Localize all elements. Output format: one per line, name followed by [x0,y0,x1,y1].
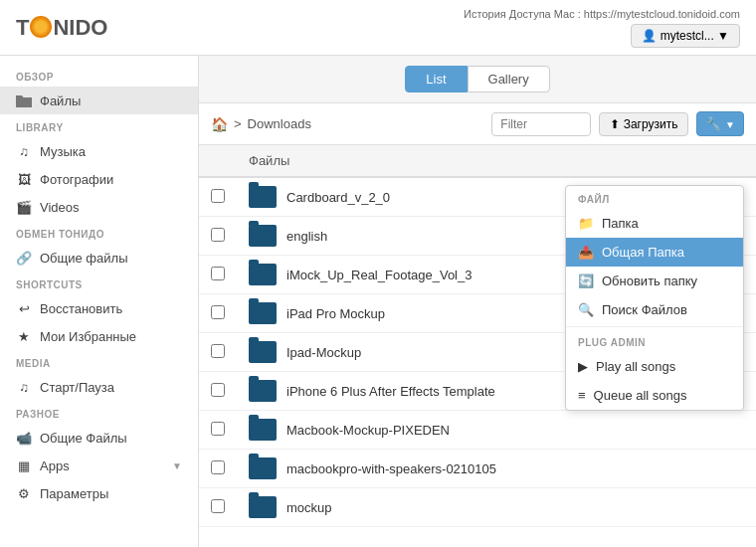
row-checkbox-cell [199,488,237,527]
folder-menu-icon: 📁 [578,216,594,231]
sidebar-settings-label: Параметры [40,486,108,501]
apps-icon: ▦ [16,457,32,473]
logo-t: T [16,15,29,41]
sidebar-item-settings[interactable]: ⚙ Параметры [0,479,198,507]
sidebar: ОБЗОР Файлы LIBRARY ♫ Музыка 🖼 Фотографи… [0,56,199,547]
sidebar-section-library: LIBRARY [0,114,198,137]
row-checkbox-cell [199,450,237,488]
sidebar-item-shared-files[interactable]: 📹 Общие Файлы [0,424,198,452]
header-url: История Доступа Мас : https://mytestclou… [464,8,740,20]
files-column-header: Файлы [237,145,756,177]
dropdown-item-search[interactable]: 🔍 Поиск Файлов [566,295,743,324]
wrench-button[interactable]: 🔧 ▼ [696,111,744,136]
row-checkbox[interactable] [211,460,225,474]
list-view-button[interactable]: List [405,66,467,92]
refresh-menu-icon: 🔄 [578,274,594,288]
file-name: iPhone 6 Plus After Effects Template [286,384,495,399]
sidebar-item-restore[interactable]: ↩ Восстановить [0,294,198,322]
sidebar-photos-label: Фотографии [40,172,113,187]
row-checkbox[interactable] [211,189,225,203]
search-menu-icon: 🔍 [578,302,594,317]
user-menu-button[interactable]: 👤 mytestcl... ▼ [631,24,740,48]
dropdown-item-refresh[interactable]: 🔄 Обновить папку [566,267,743,295]
dropdown-item-shared-folder[interactable]: 📤 Общая Папка [566,238,743,267]
row-checkbox[interactable] [211,267,225,280]
files-area: Файлы Cardboard_v_2_0 [199,145,756,547]
dropdown-plug-section: PLUG ADMIN [566,329,743,352]
row-file-cell: Macbook-Mockup-PIXEDEN [237,411,756,450]
music-icon: ♫ [16,143,32,159]
sidebar-item-videos[interactable]: 🎬 Videos [0,193,198,221]
play-icon: ♫ [16,379,32,395]
sidebar-section-shortcuts: SHORTCUTS [0,272,198,294]
gallery-view-button[interactable]: Gallery [468,66,550,92]
sidebar-music-label: Музыка [40,144,86,159]
sidebar-item-apps[interactable]: ▦ Apps ▼ [0,452,198,479]
folder-icon [249,225,277,247]
file-name: Cardboard_v_2_0 [286,190,390,205]
sidebar-item-shared[interactable]: 🔗 Общие файлы [0,244,198,272]
row-checkbox[interactable] [211,305,225,319]
sidebar-item-photos[interactable]: 🖼 Фотографии [0,165,198,193]
folder-icon [249,264,277,285]
row-checkbox[interactable] [211,499,225,513]
play-all-icon: ▶ [578,359,588,374]
folder-icon [249,302,277,324]
photos-icon: 🖼 [16,171,32,187]
view-toggle: List Gallery [199,56,756,103]
row-checkbox[interactable] [211,383,225,397]
folder-icon [249,186,277,208]
header-right: История Доступа Мас : https://mytestclou… [464,8,740,48]
restore-icon: ↩ [16,300,32,316]
user-label: mytestcl... ▼ [661,29,729,43]
gear-icon: ⚙ [16,485,32,501]
row-checkbox-cell [199,217,237,256]
table-row[interactable]: Macbook-Mockup-PIXEDEN [199,411,756,450]
star-icon: ★ [16,328,32,344]
sidebar-item-music[interactable]: ♫ Музыка [0,137,198,165]
wrench-icon: 🔧 [705,116,721,131]
row-checkbox-cell [199,333,237,372]
row-checkbox[interactable] [211,344,225,358]
dropdown-file-section: ФАЙЛ [566,186,743,209]
sidebar-favorites-label: Мои Избранные [40,329,136,344]
row-checkbox-cell [199,177,237,217]
sidebar-shared-files-label: Общие Файлы [40,431,127,446]
videos-icon: 🎬 [16,199,32,215]
breadcrumb-separator: > [234,116,242,131]
upload-button[interactable]: ⬆ Загрузить [599,112,688,136]
dropdown-item-folder[interactable]: 📁 Папка [566,209,743,238]
home-icon[interactable]: 🏠 [211,116,228,132]
dropdown-item-queue-all[interactable]: ≡ Queue all songs [566,381,743,410]
shared-icon: 🔗 [16,250,32,266]
sidebar-videos-label: Videos [40,200,80,215]
row-checkbox[interactable] [211,422,225,436]
file-name: mockup [286,500,332,515]
file-name: Ipad-Mockup [286,345,361,360]
sidebar-item-files[interactable]: Файлы [0,87,198,114]
file-name: iMock_Up_Real_Footage_Vol_3 [286,268,472,282]
row-checkbox[interactable] [211,228,225,242]
row-file-cell: macbookpro-with-speakers-0210105 [237,450,756,488]
dropdown-queue-all-label: Queue all songs [594,388,687,403]
dropdown-item-play-all[interactable]: ▶ Play all songs [566,352,743,381]
sidebar-item-favorites[interactable]: ★ Мои Избранные [0,322,198,350]
folder-icon [249,341,277,363]
content-area: List Gallery 🏠 > Downloads ⬆ Загрузить 🔧… [199,56,756,547]
checkbox-header [199,145,237,177]
folder-icon [249,380,277,402]
sidebar-files-label: Файлы [40,93,81,108]
sidebar-item-play-pause[interactable]: ♫ Старт/Пауза [0,373,198,401]
filter-input[interactable] [491,112,591,136]
toolbar: 🏠 > Downloads ⬆ Загрузить 🔧 ▼ [199,103,756,145]
logo-sun-icon [30,16,52,38]
dropdown-shared-folder-label: Общая Папка [602,245,684,260]
dropdown-search-label: Поиск Файлов [602,302,687,317]
queue-all-icon: ≡ [578,388,586,403]
logo: T NIDO [16,15,107,41]
table-row[interactable]: mockup [199,488,756,527]
file-name: Macbook-Mockup-PIXEDEN [286,423,450,438]
table-row[interactable]: macbookpro-with-speakers-0210105 [199,450,756,488]
dropdown-folder-label: Папка [602,216,639,231]
row-file-cell: mockup [237,488,756,527]
